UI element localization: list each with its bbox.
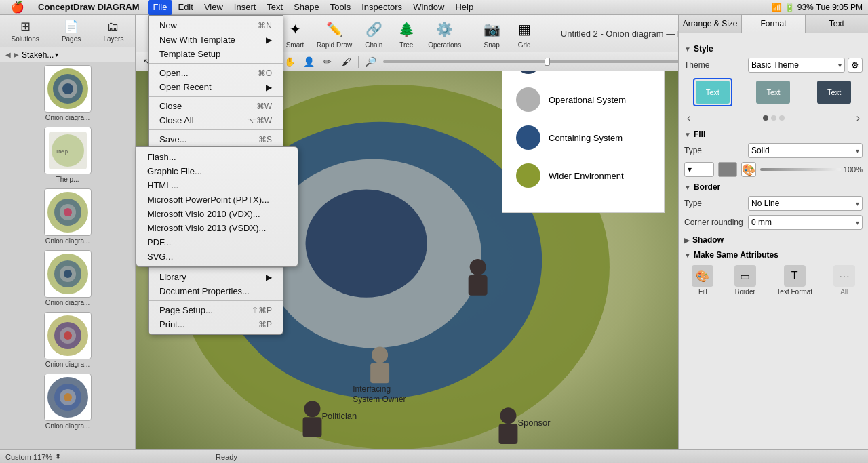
menu-sep-1 (149, 63, 283, 64)
menu-open-shortcut: ⌘O (258, 68, 272, 78)
menu-new[interactable]: New ⌘N (149, 18, 283, 33)
toolbar-operations[interactable]: ⚙️ Operations (424, 16, 465, 52)
menu-tools[interactable]: Tools (325, 0, 356, 15)
toolbar-grid[interactable]: ▦ Grid (509, 16, 539, 52)
svg-text:System Owner: System Owner (353, 395, 406, 404)
menu-close-all[interactable]: Close All ⌥⌘W (149, 113, 283, 127)
breadcrumb-dropdown[interactable]: Stakeh... ▾ (22, 50, 58, 60)
export-pdf[interactable]: PDF... (136, 235, 298, 249)
make-same-text-format[interactable]: T Text Format (776, 265, 812, 296)
export-flash[interactable]: Flash... (136, 150, 298, 164)
fill-section-header[interactable]: ▼ Fill (684, 129, 863, 139)
make-same-header[interactable]: ▼ Make Same Attributes (684, 250, 863, 260)
smart-icon: ✦ (284, 18, 306, 40)
list-item[interactable]: Onion diagra... (3, 250, 132, 306)
dot-1 (763, 115, 768, 121)
swatch-2[interactable]: Text (753, 78, 793, 106)
make-same-all[interactable]: ⋯ All (833, 265, 855, 296)
style-section-header[interactable]: ▼ Style (684, 44, 863, 54)
menu-template-setup[interactable]: Template Setup (149, 47, 283, 61)
menu-file[interactable]: File (148, 0, 173, 15)
export-vdx[interactable]: Microsoft Visio 2010 (VDX)... (136, 207, 298, 221)
operations-icon: ⚙️ (434, 18, 456, 40)
tool-person[interactable]: 👤 (300, 54, 317, 69)
thumb-preview (44, 374, 92, 421)
corner-rounding-row: Corner rounding 0 mm ▾ (684, 215, 863, 230)
toolbar-rapid-draw[interactable]: ✏️ Rapid Draw (313, 16, 356, 52)
list-item[interactable]: The p... The p... (3, 127, 132, 183)
export-html[interactable]: HTML... (136, 178, 298, 193)
theme-settings-button[interactable]: ⚙ (848, 58, 863, 73)
shadow-section-header[interactable]: ▶ Shadow (684, 235, 863, 245)
list-item[interactable]: Onion diagra... (3, 312, 132, 368)
menu-window[interactable]: Window (408, 0, 450, 15)
apple-logo[interactable]: 🍎 (5, 0, 30, 15)
fill-color-picker-button[interactable]: 🎨 (741, 162, 756, 177)
menu-text[interactable]: Text (261, 0, 288, 15)
zoom-stepper-icon[interactable]: ⬍ (55, 452, 61, 461)
menu-view[interactable]: View (199, 0, 229, 15)
corner-rounding-select[interactable]: 0 mm ▾ (748, 215, 863, 230)
breadcrumb-chevron-icon: ▾ (55, 51, 58, 58)
svg-point-30 (304, 401, 321, 417)
theme-select[interactable]: Basic Theme ▾ (748, 58, 845, 73)
border-section-header[interactable]: ▼ Border (684, 182, 863, 192)
export-graphic-file[interactable]: Graphic File... (136, 164, 298, 178)
corner-rounding-label: Corner rounding (684, 218, 745, 227)
make-same-fill-label: Fill (698, 288, 707, 296)
nav-back[interactable]: ◀ (5, 51, 11, 58)
tool-pencil[interactable]: ✏ (319, 54, 336, 69)
fill-type-row: Type Solid ▾ (684, 143, 863, 158)
menu-close[interactable]: Close ⌘W (149, 99, 283, 113)
list-item[interactable]: Onion diagra... (3, 188, 132, 245)
breadcrumb: ◀ ▶ Stakeh... ▾ (0, 47, 135, 62)
export-vsdx[interactable]: Microsoft Visio 2013 (VSDX)... (136, 221, 298, 235)
pages-tab[interactable]: 📄 Pages (56, 16, 86, 45)
toolbar-chain[interactable]: 🔗 Chain (359, 16, 389, 52)
tool-zoom-slider[interactable]: 🔎 (361, 54, 379, 69)
make-same-fill[interactable]: 🎨 Fill (692, 265, 713, 296)
export-pptx[interactable]: Microsoft PowerPoint (PPTX)... (136, 193, 298, 207)
menu-insert[interactable]: Insert (229, 0, 262, 15)
menu-library[interactable]: Library ▶ (149, 270, 283, 284)
opacity-slider-track[interactable] (760, 168, 841, 171)
menu-inspectors[interactable]: Inspectors (356, 0, 408, 15)
menu-open-recent[interactable]: Open Recent ▶ (149, 80, 283, 94)
menu-save-shortcut: ⌘S (258, 135, 272, 144)
menu-new-with-template[interactable]: New With Template ▶ (149, 33, 283, 47)
menu-save[interactable]: Save... ⌘S (149, 132, 283, 146)
toolbar-tree[interactable]: 🌲 Tree (391, 16, 421, 52)
fill-type-value: Solid (751, 146, 770, 155)
make-same-border[interactable]: ▭ Border (734, 265, 756, 296)
tab-format[interactable]: Format (742, 15, 805, 33)
toolbar-smart[interactable]: ✦ Smart (280, 16, 310, 52)
nav-forward[interactable]: ▶ (14, 51, 19, 58)
menu-print[interactable]: Print... ⌘P (149, 317, 283, 331)
export-submenu: Flash... Graphic File... HTML... Microso… (136, 146, 298, 267)
tool-brush[interactable]: 🖌 (338, 54, 355, 69)
list-item[interactable]: Onion diagra... (3, 65, 132, 121)
swatch-prev-button[interactable]: ‹ (684, 112, 693, 124)
fill-type-select[interactable]: Solid ▾ (748, 143, 863, 158)
fill-color-preview[interactable] (718, 162, 737, 177)
tab-arrange-size[interactable]: Arrange & Size (679, 15, 742, 33)
menu-shape[interactable]: Shape (288, 0, 325, 15)
tab-text[interactable]: Text (806, 15, 868, 33)
thumb-preview (44, 250, 92, 298)
menu-page-setup[interactable]: Page Setup... ⇧⌘P (149, 303, 283, 317)
export-svg[interactable]: SVG... (136, 249, 298, 264)
smart-label: Smart (286, 41, 304, 49)
menu-document-properties[interactable]: Document Properties... (149, 284, 283, 298)
swatch-3[interactable]: Text (814, 78, 854, 106)
menu-help[interactable]: Help (450, 0, 479, 15)
toolbar-snap[interactable]: 📷 Snap (477, 16, 507, 52)
menu-edit[interactable]: Edit (172, 0, 198, 15)
layers-tab[interactable]: 🗂 Layers (98, 17, 129, 45)
swatch-1[interactable]: Text (693, 78, 732, 106)
menu-open[interactable]: Open... ⌘O (149, 66, 283, 80)
fill-color-dropdown[interactable]: ▾ (684, 162, 714, 177)
list-item[interactable]: Onion diagra... (3, 374, 132, 430)
solutions-tab[interactable]: ⊞ Solutions (6, 16, 45, 45)
border-type-select[interactable]: No Line ▾ (748, 196, 863, 211)
swatch-next-button[interactable]: › (854, 112, 863, 124)
